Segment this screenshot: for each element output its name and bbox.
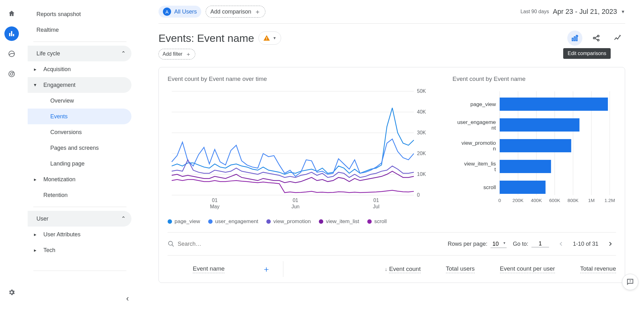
label: Rows per page: <box>448 241 487 247</box>
legend-label: user_engagement <box>215 218 258 225</box>
sidebar-item-pages-screens[interactable]: Pages and screens <box>28 140 131 156</box>
settings-icon[interactable] <box>4 285 19 300</box>
sidebar-item-engagement[interactable]: ▶Engagement <box>28 77 131 93</box>
sidebar-item-realtime[interactable]: Realtime <box>28 22 131 38</box>
sidebar-item-acquisition[interactable]: ▶Acquisition <box>28 61 131 77</box>
svg-text:nt: nt <box>491 125 496 131</box>
page-title: Events: Event name <box>158 32 254 44</box>
table-pagination <box>555 238 567 250</box>
divider <box>33 42 126 42</box>
svg-rect-1 <box>11 31 12 36</box>
svg-text:Jun: Jun <box>291 204 300 209</box>
sidebar-item-events[interactable]: Events <box>28 109 131 124</box>
svg-text:600K: 600K <box>549 198 560 203</box>
label: Monetization <box>43 176 75 183</box>
col-event-count-per-user[interactable]: Event count per user <box>500 265 555 273</box>
legend-label: view_promotion <box>273 218 311 225</box>
chevron-up-icon: ⌃ <box>121 215 126 222</box>
col-total-users[interactable]: Total users <box>446 265 475 273</box>
sidebar-item-tech[interactable]: ▶Tech <box>28 242 131 258</box>
add-dimension-button[interactable]: ＋ <box>262 264 270 275</box>
insights-button[interactable] <box>610 31 625 46</box>
search-input[interactable] <box>178 241 241 247</box>
legend-item[interactable]: page_view <box>168 218 200 225</box>
legend-item[interactable]: view_item_list <box>319 218 359 225</box>
svg-rect-6 <box>572 38 573 41</box>
sidebar: Reports snapshot Realtime Life cycle ⌃ ▶… <box>23 0 136 309</box>
preset-label: Last 90 days <box>520 9 549 14</box>
divider <box>33 271 126 271</box>
segment-badge: A <box>163 8 171 16</box>
add-filter-button[interactable]: Add filter ＋ <box>158 49 195 59</box>
reports-icon[interactable] <box>4 26 19 41</box>
next-page-button[interactable] <box>605 238 616 250</box>
goto-input[interactable] <box>531 240 549 247</box>
svg-rect-8 <box>576 35 577 41</box>
sort-desc-icon: ↓ <box>385 267 387 272</box>
legend-item[interactable]: scroll <box>367 218 387 225</box>
legend-dot-icon <box>266 219 271 224</box>
caret-right-icon: ▶ <box>34 178 36 181</box>
main: A All Users Add comparison ＋ Last 90 day… <box>136 0 644 309</box>
share-button[interactable] <box>589 31 604 46</box>
svg-text:0: 0 <box>498 198 501 203</box>
svg-text:01: 01 <box>293 198 298 203</box>
svg-text:40K: 40K <box>417 109 426 115</box>
search-icon <box>168 240 175 247</box>
svg-text:400K: 400K <box>531 198 542 203</box>
svg-text:10K: 10K <box>417 171 426 177</box>
feedback-button[interactable] <box>622 274 638 290</box>
label: Life cycle <box>36 50 60 57</box>
date-range-picker[interactable]: Last 90 days Apr 23 - Jul 21, 2023 ▼ <box>520 8 625 16</box>
sidebar-item-conversions[interactable]: Conversions <box>28 124 131 140</box>
title-bar: Events: Event name ▼ Edit comparisons <box>158 24 625 49</box>
sidebar-item-monetization[interactable]: ▶Monetization <box>28 171 131 187</box>
svg-text:t: t <box>494 166 496 172</box>
svg-rect-46 <box>500 118 580 132</box>
label: Events <box>50 113 68 120</box>
add-comparison-button[interactable]: Add comparison ＋ <box>206 6 265 18</box>
advertising-icon[interactable] <box>4 67 19 81</box>
bar-chart-title: Event count by Event name <box>452 76 616 82</box>
sidebar-item-reports-snapshot[interactable]: Reports snapshot <box>28 6 131 22</box>
legend-item[interactable]: view_promotion <box>266 218 311 225</box>
svg-text:200K: 200K <box>513 198 524 203</box>
svg-text:1.2M: 1.2M <box>604 198 615 203</box>
col-event-name[interactable]: Event name <box>193 265 225 273</box>
svg-text:01: 01 <box>373 198 379 203</box>
svg-rect-49 <box>500 139 571 152</box>
legend-dot-icon <box>319 219 323 224</box>
explore-icon[interactable] <box>4 47 19 61</box>
segment-chip-all-users[interactable]: A All Users <box>158 6 201 18</box>
prev-page-button[interactable] <box>555 238 567 250</box>
svg-text:n: n <box>493 146 496 152</box>
line-chart-section: Event count by Event name over time 010K… <box>168 76 434 225</box>
col-total-revenue[interactable]: Total revenue <box>580 265 616 273</box>
sidebar-item-retention[interactable]: Retention <box>28 187 131 203</box>
svg-text:scroll: scroll <box>483 184 496 190</box>
goto-page: Go to: <box>513 240 549 247</box>
svg-text:0: 0 <box>417 192 420 198</box>
edit-comparisons-button[interactable] <box>567 31 582 46</box>
data-quality-warning-button[interactable]: ▼ <box>258 31 281 45</box>
col-event-count[interactable]: ↓Event count <box>385 266 420 272</box>
legend-dot-icon <box>168 219 172 224</box>
label: Acquisition <box>43 66 71 73</box>
rows-per-page-select[interactable]: 10 <box>491 240 507 248</box>
sidebar-item-landing-page[interactable]: Landing page <box>28 156 131 171</box>
collapse-sidebar-icon[interactable]: ‹ <box>126 294 129 303</box>
home-icon[interactable] <box>4 6 19 21</box>
chevron-up-icon: ⌃ <box>121 50 126 57</box>
svg-rect-52 <box>500 160 551 173</box>
legend-item[interactable]: user_engagement <box>208 218 258 225</box>
sidebar-section-user[interactable]: User ⌃ <box>28 211 131 227</box>
svg-text:50K: 50K <box>417 88 426 94</box>
sidebar-section-life-cycle[interactable]: Life cycle ⌃ <box>28 46 131 61</box>
sidebar-item-user-attributes[interactable]: ▶User Attributes <box>28 227 131 242</box>
dropdown-icon: ▼ <box>273 36 276 40</box>
label: Landing page <box>50 160 85 167</box>
dropdown-icon: ▼ <box>621 9 625 14</box>
svg-rect-0 <box>9 33 10 36</box>
svg-text:800K: 800K <box>568 198 579 203</box>
sidebar-item-overview[interactable]: Overview <box>28 93 131 109</box>
